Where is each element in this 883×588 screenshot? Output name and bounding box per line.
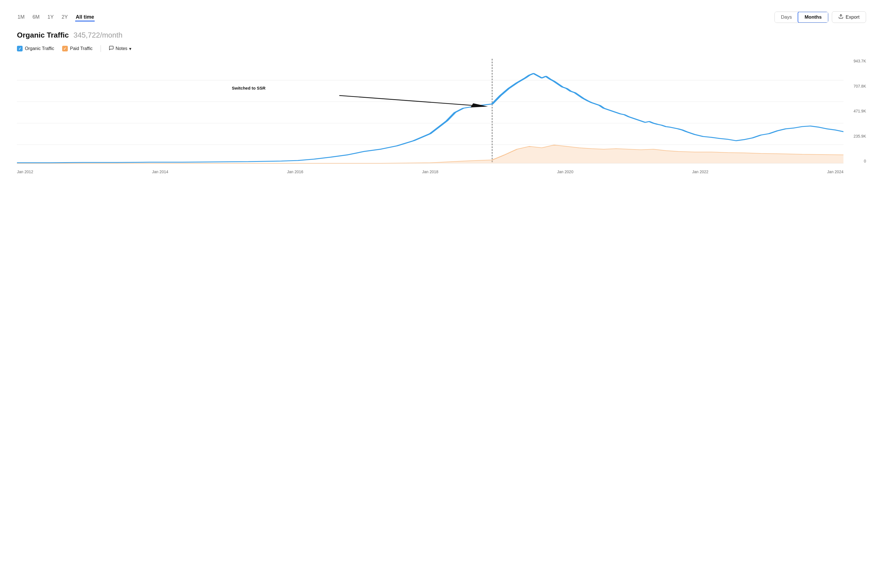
x-label-1: Jan 2014: [152, 170, 168, 174]
chart-wrapper: Switched to SSR 943.7K 707.8K 471.9K 235…: [17, 59, 866, 166]
toggle-months[interactable]: Months: [798, 12, 828, 23]
export-button[interactable]: Export: [832, 11, 866, 23]
organic-label: Organic Traffic: [25, 46, 54, 51]
time-filters: 1M 6M 1Y 2Y All time: [17, 13, 94, 21]
x-label-5: Jan 2022: [692, 170, 708, 174]
organic-traffic-value: 345,722/month: [73, 31, 122, 39]
toggle-days[interactable]: Days: [775, 12, 798, 22]
notes-label: Notes: [115, 46, 127, 51]
annotation-text: Switched to SSR: [232, 86, 265, 90]
notes-icon: [109, 45, 114, 52]
organic-traffic-title: Organic Traffic: [17, 31, 69, 39]
legend: ✓ Organic Traffic ✓ Paid Traffic Notes ▾: [17, 45, 866, 52]
filter-1m[interactable]: 1M: [17, 13, 25, 21]
organic-checkbox[interactable]: ✓: [17, 46, 22, 51]
export-icon: [838, 14, 843, 20]
x-axis: Jan 2012 Jan 2014 Jan 2016 Jan 2018 Jan …: [17, 166, 866, 174]
legend-paid[interactable]: ✓ Paid Traffic: [62, 46, 93, 51]
paid-checkbox[interactable]: ✓: [62, 46, 68, 51]
filter-all-time[interactable]: All time: [75, 13, 94, 21]
y-label-2: 471.9K: [854, 109, 866, 113]
paid-label: Paid Traffic: [70, 46, 93, 51]
filter-2y[interactable]: 2Y: [61, 13, 68, 21]
y-axis: 943.7K 707.8K 471.9K 235.9K 0: [843, 59, 866, 166]
export-label: Export: [846, 14, 859, 20]
x-label-0: Jan 2012: [17, 170, 33, 174]
y-label-3: 235.9K: [854, 134, 866, 138]
filter-6m[interactable]: 6M: [32, 13, 40, 21]
legend-divider: [100, 45, 101, 52]
notes-chevron-icon: ▾: [129, 46, 131, 51]
legend-organic[interactable]: ✓ Organic Traffic: [17, 46, 54, 51]
x-label-6: Jan 2024: [827, 170, 843, 174]
filter-1y[interactable]: 1Y: [47, 13, 54, 21]
right-controls: Days Months Export: [775, 11, 866, 23]
y-label-0: 943.7K: [854, 59, 866, 63]
y-label-4: 0: [864, 159, 866, 164]
x-label-2: Jan 2016: [287, 170, 303, 174]
chart-svg: [17, 59, 843, 166]
svg-line-7: [339, 96, 484, 106]
granularity-toggle: Days Months: [775, 12, 829, 23]
chart-area: Switched to SSR: [17, 59, 843, 166]
organic-traffic-header: Organic Traffic 345,722/month: [17, 31, 866, 39]
notes-button[interactable]: Notes ▾: [109, 45, 131, 52]
top-controls: 1M 6M 1Y 2Y All time Days Months Export: [17, 11, 866, 23]
x-label-3: Jan 2018: [422, 170, 439, 174]
y-label-1: 707.8K: [854, 84, 866, 88]
x-label-4: Jan 2020: [557, 170, 574, 174]
